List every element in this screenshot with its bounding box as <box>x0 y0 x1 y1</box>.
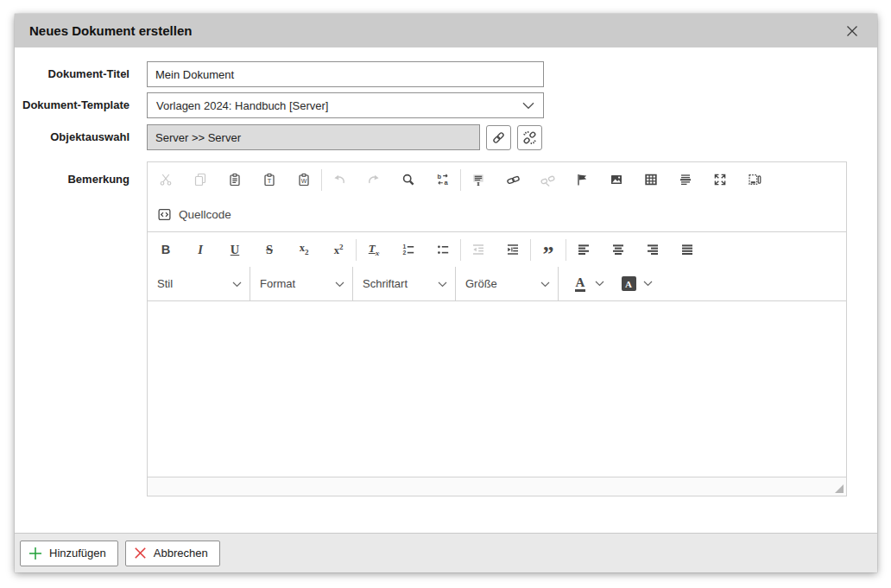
unlink-object-button[interactable] <box>517 125 542 150</box>
richtext-editor: T W <box>147 161 847 496</box>
paste-icon <box>228 173 242 187</box>
new-document-dialog: Neues Dokument erstellen Dokument-Titel … <box>15 14 877 572</box>
format-combo[interactable]: Format <box>250 267 352 300</box>
document-template-select[interactable]: Vorlagen 2024: Handbuch [Server] <box>147 92 544 118</box>
blockquote-button[interactable]: ” <box>531 237 566 262</box>
text-color-icon: A <box>575 275 586 293</box>
svg-text:T: T <box>268 177 272 185</box>
paste-button[interactable] <box>218 167 252 193</box>
align-justify-button[interactable] <box>670 237 705 262</box>
redo-button[interactable] <box>357 167 391 193</box>
cancel-button[interactable]: Abbrechen <box>125 541 220 566</box>
object-selection-value: Server >> Server <box>155 131 241 144</box>
unlink-icon <box>522 130 537 145</box>
object-selection-label: Objektauswahl <box>15 124 147 150</box>
chevron-down-icon <box>438 277 447 290</box>
bold-icon: B <box>161 243 170 256</box>
remove-link-icon <box>540 173 555 187</box>
background-color-button[interactable]: A <box>617 272 640 296</box>
close-icon <box>845 24 859 38</box>
background-color-dropdown-button[interactable] <box>640 272 655 296</box>
svg-text:W: W <box>301 178 307 184</box>
underline-button[interactable]: U <box>218 237 252 262</box>
dialog-body: Dokument-Titel Dokument-Template Vorlage… <box>15 47 877 533</box>
align-center-icon <box>611 243 625 256</box>
strikethrough-icon: S <box>266 243 273 256</box>
chevron-down-icon <box>643 281 653 287</box>
source-code-icon <box>157 207 172 222</box>
dialog-titlebar: Neues Dokument erstellen <box>15 14 877 47</box>
dialog-title: Neues Dokument erstellen <box>29 23 192 38</box>
insert-image-button[interactable] <box>599 167 634 193</box>
size-combo-label: Größe <box>465 277 497 290</box>
font-combo-label: Schriftart <box>363 277 408 290</box>
remove-link-button[interactable] <box>530 167 565 193</box>
toolbar-section-2: B I U S x2 x2 Tx 1 2 <box>148 232 846 301</box>
align-center-button[interactable] <box>601 237 635 262</box>
find-icon <box>401 173 415 187</box>
find-button[interactable] <box>391 167 426 193</box>
text-color-button[interactable]: A <box>569 272 591 296</box>
select-all-button[interactable] <box>461 167 496 193</box>
horizontal-rule-icon <box>679 173 692 187</box>
outdent-button[interactable] <box>461 237 496 262</box>
size-combo[interactable]: Größe <box>456 267 558 300</box>
editor-content-area[interactable] <box>148 301 846 477</box>
paste-text-icon: T <box>262 173 276 187</box>
insert-link-button[interactable] <box>496 167 530 193</box>
link-object-button[interactable] <box>486 125 511 150</box>
source-code-button[interactable]: Quellcode <box>148 201 240 227</box>
font-combo[interactable]: Schriftart <box>353 267 455 300</box>
align-left-button[interactable] <box>566 237 601 262</box>
remove-format-button[interactable]: Tx <box>357 237 391 262</box>
format-combo-label: Format <box>260 277 295 290</box>
style-combo[interactable]: Stil <box>148 267 250 300</box>
subscript-button[interactable]: x2 <box>287 237 321 262</box>
anchor-button[interactable] <box>565 167 599 193</box>
copy-button[interactable] <box>183 167 218 193</box>
indent-icon <box>506 243 520 256</box>
remark-label: Bemerkung <box>15 161 147 187</box>
remark-row: Bemerkung <box>15 161 877 496</box>
strikethrough-button[interactable]: S <box>252 237 287 262</box>
text-color-dropdown-button[interactable] <box>591 272 607 296</box>
replace-button[interactable]: b a <box>426 167 460 193</box>
close-button[interactable] <box>842 21 863 41</box>
numbered-list-icon: 1 2 <box>401 243 415 256</box>
document-title-row: Dokument-Titel <box>15 61 877 87</box>
cut-button[interactable] <box>148 167 183 193</box>
insert-table-button[interactable] <box>634 167 668 193</box>
indent-button[interactable] <box>496 237 530 262</box>
paste-text-button[interactable]: T <box>252 167 287 193</box>
insert-link-icon <box>506 173 521 187</box>
undo-button[interactable] <box>322 167 357 193</box>
undo-icon <box>332 173 346 187</box>
show-blocks-button[interactable] <box>737 167 772 193</box>
horizontal-rule-button[interactable] <box>668 167 703 193</box>
toolbar-row-1: T W <box>148 162 846 197</box>
paste-word-button[interactable]: W <box>287 167 321 193</box>
add-button[interactable]: Hinzufügen <box>20 541 118 566</box>
bold-button[interactable]: B <box>148 237 183 262</box>
document-title-input[interactable] <box>147 61 544 87</box>
align-justify-icon <box>680 243 694 256</box>
chevron-down-icon <box>335 277 344 290</box>
bulleted-list-button[interactable] <box>426 237 460 262</box>
numbered-list-button[interactable]: 1 2 <box>391 237 426 262</box>
resize-grip[interactable] <box>835 484 844 493</box>
bulleted-list-icon <box>436 243 450 256</box>
cancel-button-label: Abbrechen <box>154 547 208 560</box>
add-button-label: Hinzufügen <box>49 547 106 560</box>
document-template-label: Dokument-Template <box>15 92 147 118</box>
chevron-down-icon <box>522 99 534 112</box>
link-icon <box>491 130 506 145</box>
maximize-button[interactable] <box>703 167 737 193</box>
align-right-button[interactable] <box>635 237 670 262</box>
cross-icon <box>134 547 147 560</box>
italic-button[interactable]: I <box>183 237 218 262</box>
outdent-icon <box>471 243 485 256</box>
cut-icon <box>159 173 173 187</box>
object-selection-row: Objektauswahl Server >> Server <box>15 124 877 150</box>
source-code-label: Quellcode <box>179 208 231 221</box>
superscript-button[interactable]: x2 <box>321 237 356 262</box>
